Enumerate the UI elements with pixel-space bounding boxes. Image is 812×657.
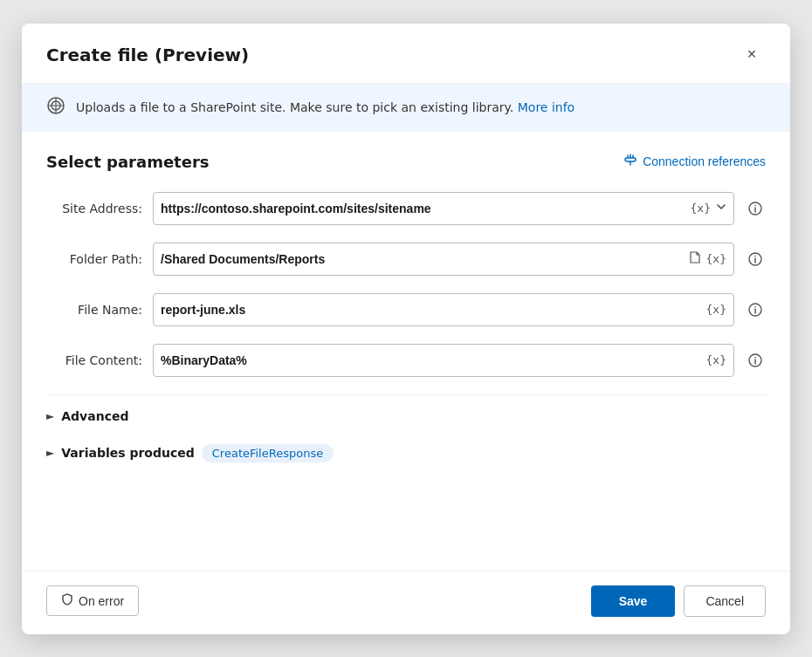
on-error-button[interactable]: On error [46, 585, 139, 616]
dialog-header: Create file (Preview) × [22, 24, 790, 84]
shield-icon [61, 593, 73, 608]
field-badge-2: {x} [706, 303, 726, 316]
variable-tag: CreateFileResponse [202, 444, 334, 462]
svg-point-3 [754, 204, 756, 206]
field-info-btn-0[interactable] [745, 198, 766, 219]
form-fields: Site Address:{x}Folder Path:{x}File Name… [46, 192, 766, 377]
variables-chevron-icon: ► [46, 447, 54, 459]
field-input-0[interactable] [161, 202, 685, 216]
upload-icon [46, 96, 65, 120]
field-info-btn-2[interactable] [745, 299, 766, 320]
file-icon-1 [688, 250, 701, 267]
field-label-2: File Name: [46, 303, 142, 317]
field-badge-3: {x} [706, 353, 726, 366]
field-info-btn-3[interactable] [745, 350, 766, 371]
plug-icon [623, 153, 637, 170]
more-info-link[interactable]: More info [518, 100, 575, 114]
field-input-wrap-1: {x} [153, 243, 734, 276]
field-badge-0: {x} [691, 202, 711, 215]
divider-1 [46, 394, 766, 395]
form-row-2: File Name:{x} [46, 293, 766, 326]
cancel-button[interactable]: Cancel [684, 585, 766, 617]
field-input-wrap-3: {x} [153, 344, 734, 377]
field-input-2[interactable] [161, 303, 701, 317]
close-button[interactable]: × [738, 41, 766, 69]
field-label-1: Folder Path: [46, 252, 142, 266]
advanced-chevron-icon: ► [46, 410, 54, 422]
field-label-3: File Content: [46, 353, 142, 367]
footer-actions: Save Cancel [591, 585, 766, 617]
field-input-wrap-0: {x} [153, 192, 734, 225]
on-error-label: On error [79, 594, 124, 608]
save-button[interactable]: Save [591, 585, 676, 617]
form-row-0: Site Address:{x} [46, 192, 766, 225]
field-badge-1: {x} [706, 252, 726, 265]
form-row-1: Folder Path:{x} [46, 243, 766, 276]
dialog-body: Select parameters Connection references … [22, 132, 790, 571]
section-title: Select parameters [46, 153, 210, 171]
field-input-1[interactable] [161, 252, 683, 266]
dialog-footer: On error Save Cancel [22, 571, 790, 634]
svg-point-9 [754, 356, 756, 358]
create-file-dialog: Create file (Preview) × Uploads a file t… [22, 24, 790, 634]
form-row-3: File Content:{x} [46, 344, 766, 377]
connection-references-button[interactable]: Connection references [623, 153, 766, 170]
field-info-btn-1[interactable] [745, 249, 766, 270]
dialog-title: Create file (Preview) [46, 44, 249, 65]
field-input-3[interactable] [161, 353, 701, 367]
info-banner-text: Uploads a file to a SharePoint site. Mak… [76, 100, 575, 114]
variables-label: Variables produced [61, 446, 195, 460]
advanced-section[interactable]: ► Advanced [46, 402, 766, 430]
svg-point-5 [754, 255, 756, 257]
section-header: Select parameters Connection references [46, 153, 766, 171]
svg-point-7 [754, 305, 756, 307]
variables-section[interactable]: ► Variables produced CreateFileResponse [46, 437, 766, 469]
field-label-0: Site Address: [46, 202, 142, 216]
field-input-wrap-2: {x} [153, 293, 734, 326]
field-chevron-0[interactable] [716, 202, 726, 215]
advanced-label: Advanced [61, 409, 128, 423]
connection-references-label: Connection references [643, 154, 766, 168]
info-banner: Uploads a file to a SharePoint site. Mak… [22, 84, 790, 132]
